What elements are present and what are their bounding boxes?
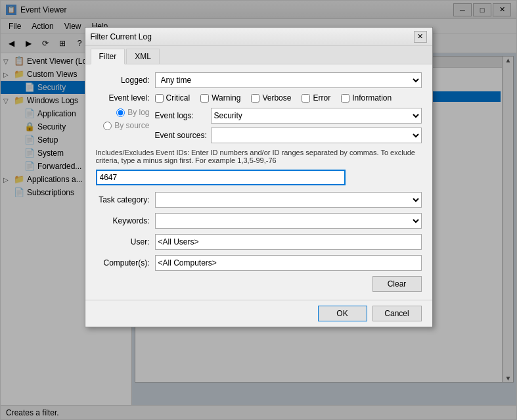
dialog-body: Logged: Any timeLast hourLast 12 hoursLa… bbox=[85, 64, 432, 300]
dialog-title: Filter Current Log bbox=[91, 32, 414, 41]
information-label: Information bbox=[352, 93, 392, 103]
tab-xml[interactable]: XML bbox=[126, 49, 160, 64]
radio-group: By log By source bbox=[96, 108, 155, 130]
logged-label: Logged: bbox=[96, 76, 155, 85]
computers-label: Computer(s): bbox=[96, 258, 155, 268]
event-sources-label: Event sources: bbox=[155, 131, 211, 140]
dialog-footer: OK Cancel bbox=[85, 300, 432, 327]
by-log-radio[interactable] bbox=[116, 108, 125, 117]
checkbox-information[interactable]: Information bbox=[341, 93, 392, 103]
error-label: Error bbox=[313, 93, 330, 103]
clear-button-area: Clear bbox=[96, 276, 422, 292]
radio-event-logs-area: By log By source Event logs: Security bbox=[96, 108, 422, 143]
keywords-select[interactable] bbox=[155, 213, 422, 229]
by-source-label: By source bbox=[114, 121, 149, 130]
event-id-input[interactable] bbox=[96, 170, 346, 185]
information-checkbox[interactable] bbox=[341, 94, 349, 103]
critical-label: Critical bbox=[166, 93, 191, 103]
verbose-checkbox[interactable] bbox=[251, 94, 259, 103]
dialog-title-bar: Filter Current Log ✕ bbox=[85, 28, 432, 46]
dialog-close-button[interactable]: ✕ bbox=[414, 31, 427, 43]
main-window: 📋 Event Viewer ─ □ ✕ File Action View He… bbox=[0, 0, 517, 420]
logged-row: Logged: Any timeLast hourLast 12 hoursLa… bbox=[96, 72, 422, 88]
checkbox-warning[interactable]: Warning bbox=[200, 93, 240, 103]
error-checkbox[interactable] bbox=[302, 94, 310, 103]
logged-select[interactable]: Any timeLast hourLast 12 hoursLast 24 ho… bbox=[155, 72, 422, 88]
computers-row: Computer(s): bbox=[96, 255, 422, 271]
by-log-radio-label[interactable]: By log bbox=[96, 108, 155, 117]
by-source-radio-label[interactable]: By source bbox=[96, 121, 155, 130]
critical-checkbox[interactable] bbox=[155, 94, 164, 103]
by-log-label: By log bbox=[127, 108, 149, 117]
event-level-row: Event level: Critical Warning Verbose bbox=[96, 93, 422, 103]
event-logs-label: Event logs: bbox=[155, 111, 211, 120]
event-selects: Event logs: Security Event sources: bbox=[155, 108, 422, 143]
verbose-label: Verbose bbox=[262, 93, 291, 103]
checkboxes-area: Critical Warning Verbose Error bbox=[155, 93, 392, 103]
dialog-overlay: Filter Current Log ✕ Filter XML Logged: … bbox=[1, 1, 516, 419]
event-id-row bbox=[96, 170, 422, 185]
by-source-radio[interactable] bbox=[103, 122, 112, 130]
cancel-button[interactable]: Cancel bbox=[372, 306, 422, 321]
task-category-select[interactable] bbox=[155, 192, 422, 208]
checkbox-critical[interactable]: Critical bbox=[155, 93, 191, 103]
filter-dialog: Filter Current Log ✕ Filter XML Logged: … bbox=[85, 27, 433, 327]
clear-button[interactable]: Clear bbox=[372, 276, 422, 292]
hint-text: Includes/Excludes Event IDs: Enter ID nu… bbox=[96, 149, 422, 164]
computers-input[interactable] bbox=[155, 255, 422, 271]
event-level-label: Event level: bbox=[96, 93, 155, 103]
event-logs-row: Event logs: Security bbox=[155, 108, 422, 124]
event-sources-select[interactable] bbox=[211, 128, 422, 143]
checkbox-verbose[interactable]: Verbose bbox=[251, 93, 291, 103]
task-category-label: Task category: bbox=[96, 195, 155, 204]
warning-checkbox[interactable] bbox=[200, 94, 209, 103]
event-logs-select[interactable]: Security bbox=[211, 108, 422, 124]
event-sources-row: Event sources: bbox=[155, 128, 422, 143]
user-label: User: bbox=[96, 237, 155, 246]
tab-filter[interactable]: Filter bbox=[91, 49, 125, 64]
checkbox-error[interactable]: Error bbox=[302, 93, 330, 103]
user-input[interactable] bbox=[155, 234, 422, 250]
keywords-label: Keywords: bbox=[96, 216, 155, 225]
warning-label: Warning bbox=[212, 93, 240, 103]
user-row: User: bbox=[96, 234, 422, 250]
task-category-row: Task category: bbox=[96, 192, 422, 208]
logged-control: Any timeLast hourLast 12 hoursLast 24 ho… bbox=[155, 72, 422, 88]
dialog-tabs: Filter XML bbox=[85, 46, 432, 64]
keywords-row: Keywords: bbox=[96, 213, 422, 229]
ok-button[interactable]: OK bbox=[318, 306, 367, 321]
